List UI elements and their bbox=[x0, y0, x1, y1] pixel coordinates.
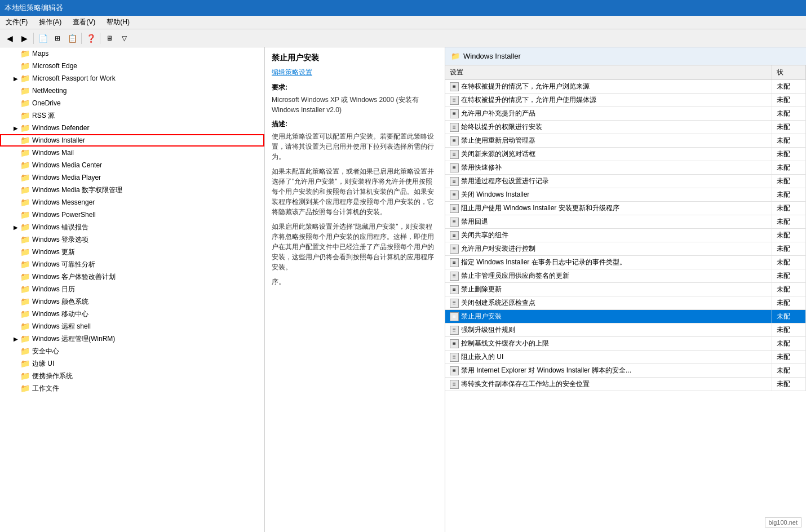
menu-file[interactable]: 文件(F) bbox=[0, 16, 33, 28]
folder-icon: 📁 bbox=[20, 272, 30, 281]
tree-item[interactable]: 📁Windows 客户体验改善计划 bbox=[0, 271, 264, 283]
setting-icon: ≡ bbox=[450, 82, 459, 91]
right-panel: 📁 Windows Installer 设置 状 ≡在特权被提升的情况下，允许用… bbox=[445, 47, 806, 532]
setting-status: 未配 bbox=[772, 283, 806, 296]
tree-item[interactable]: 📁Windows Mail bbox=[0, 147, 264, 159]
col-status: 状 bbox=[772, 65, 806, 80]
tree-item[interactable]: 📁Windows 更新 bbox=[0, 246, 264, 258]
help-button[interactable]: ❓ bbox=[84, 32, 98, 45]
menu-view[interactable]: 查看(V) bbox=[67, 16, 101, 28]
folder-icon: 📁 bbox=[451, 52, 460, 60]
desc-label: 描述: bbox=[272, 119, 438, 129]
table-row[interactable]: ≡关闭共享的组件未配 bbox=[445, 229, 806, 242]
tree-item[interactable]: ▶📁Windows 错误报告 bbox=[0, 221, 264, 233]
tree-item[interactable]: ▶📁Windows 远程管理(WinRM) bbox=[0, 333, 264, 345]
monitor-button[interactable]: 🖥 bbox=[103, 32, 116, 45]
tree-item[interactable]: 📁Windows Media Center bbox=[0, 159, 264, 171]
menu-action[interactable]: 操作(A) bbox=[33, 16, 67, 28]
left-panel[interactable]: 📁Maps📁Microsoft Edge▶📁Microsoft Passport… bbox=[0, 47, 265, 532]
setting-cell: ≡禁止使用重新启动管理器 bbox=[445, 134, 772, 148]
tree-item[interactable]: ▶📁Windows Defender bbox=[0, 122, 264, 134]
tree-item[interactable]: 📁Windows Installer bbox=[0, 134, 264, 147]
copy-button[interactable]: 📋 bbox=[65, 32, 79, 45]
folder-icon: 📁 bbox=[20, 161, 30, 170]
folder-icon: 📁 bbox=[20, 123, 30, 132]
requires-label: 要求: bbox=[272, 83, 438, 92]
table-row[interactable]: ≡阻止用户使用 Windows Installer 安装更新和升级程序未配 bbox=[445, 202, 806, 215]
tree-item[interactable]: 📁边缘 UI bbox=[0, 357, 264, 370]
tree-item[interactable]: 📁Windows 移动中心 bbox=[0, 308, 264, 320]
folder-icon: 📁 bbox=[20, 111, 30, 120]
table-row[interactable]: ≡在特权被提升的情况下，允许用户浏览来源未配 bbox=[445, 80, 806, 94]
tree-item[interactable]: 📁Windows Media Player bbox=[0, 171, 264, 184]
setting-status: 未配 bbox=[772, 134, 806, 148]
new-window-button[interactable]: ⊞ bbox=[51, 32, 64, 45]
tree-item-label: Windows 登录选项 bbox=[32, 235, 88, 245]
tree-item[interactable]: 📁Windows 颜色系统 bbox=[0, 295, 264, 308]
tree-item[interactable]: 📁Maps bbox=[0, 47, 264, 60]
table-row[interactable]: ≡禁用快速修补未配 bbox=[445, 161, 806, 175]
tree-item[interactable]: 📁便携操作系统 bbox=[0, 370, 264, 382]
tree-item[interactable]: 📁RSS 源 bbox=[0, 109, 264, 122]
setting-label: 关闭共享的组件 bbox=[461, 231, 508, 239]
table-row[interactable]: ≡强制升级狙件规则未配 bbox=[445, 323, 806, 337]
setting-icon: ≡ bbox=[450, 299, 459, 308]
table-row[interactable]: ≡禁止非管理员应用供应商签名的更新未配 bbox=[445, 269, 806, 283]
tree-item-label: Windows 颜色系统 bbox=[32, 297, 88, 307]
tree-item[interactable]: 📁Windows 可靠性分析 bbox=[0, 258, 264, 271]
forward-button[interactable]: ▶ bbox=[17, 32, 31, 45]
setting-icon: ≡ bbox=[450, 380, 459, 389]
table-row[interactable]: ≡禁止使用重新启动管理器未配 bbox=[445, 134, 806, 148]
tree-item[interactable]: 📁NetMeeting bbox=[0, 85, 264, 97]
table-row[interactable]: ≡允许用户对安装进行控制未配 bbox=[445, 242, 806, 256]
setting-icon: ≡ bbox=[450, 231, 459, 240]
table-row[interactable]: ≡禁止删除更新未配 bbox=[445, 283, 806, 296]
tree-item[interactable]: 📁Windows 远程 shell bbox=[0, 320, 264, 333]
tree-item[interactable]: 📁工作文件 bbox=[0, 382, 264, 394]
table-row[interactable]: ≡将转换文件副本保存在工作站上的安全位置未配 bbox=[445, 378, 806, 391]
policy-edit-link[interactable]: 编辑策略设置 bbox=[272, 68, 312, 76]
tree-item[interactable]: 📁Windows Media 数字权限管理 bbox=[0, 184, 264, 196]
tree-item-label: Windows 客户体验改善计划 bbox=[32, 272, 116, 282]
table-row[interactable]: ≡始终以提升的权限进行安装未配 bbox=[445, 121, 806, 134]
table-row[interactable]: ≡在特权被提升的情况下，允许用户使用媒体源未配 bbox=[445, 94, 806, 107]
table-row[interactable]: ≡允许用户补充提升的产品未配 bbox=[445, 107, 806, 121]
tree-item[interactable]: 📁Windows 日历 bbox=[0, 283, 264, 295]
tree-item[interactable]: 📁安全中心 bbox=[0, 345, 264, 357]
folder-icon: 📁 bbox=[20, 61, 30, 70]
setting-status: 未配 bbox=[772, 80, 806, 94]
tree-item-label: Microsoft Edge bbox=[32, 62, 77, 70]
tree-item[interactable]: 📁Windows Messenger bbox=[0, 196, 264, 209]
back-button[interactable]: ◀ bbox=[3, 32, 16, 45]
right-panel-title: Windows Installer bbox=[463, 52, 521, 60]
table-row[interactable]: ≡禁用通过程序包设置进行记录未配 bbox=[445, 175, 806, 188]
tree-item[interactable]: 📁OneDrive bbox=[0, 97, 264, 109]
table-row[interactable]: ≡禁用 Internet Explorer 对 Windows Installe… bbox=[445, 364, 806, 378]
table-row[interactable]: ≡阻止嵌入的 UI未配 bbox=[445, 351, 806, 364]
folder-icon: 📁 bbox=[20, 173, 30, 182]
tree-item-label: Windows Defender bbox=[32, 124, 89, 132]
setting-cell: ≡关闭创建系统还原检查点 bbox=[445, 296, 772, 310]
tree-item[interactable]: 📁Windows PowerShell bbox=[0, 209, 264, 221]
tree-item[interactable]: ▶📁Microsoft Passport for Work bbox=[0, 72, 264, 85]
toolbar-separator-2 bbox=[81, 33, 82, 44]
menu-help[interactable]: 帮助(H) bbox=[101, 16, 135, 28]
setting-icon: ≡ bbox=[450, 177, 459, 186]
folder-icon: 📁 bbox=[20, 371, 30, 380]
table-row[interactable]: ≡关闭 Windows Installer未配 bbox=[445, 188, 806, 202]
tree-item[interactable]: 📁Microsoft Edge bbox=[0, 60, 264, 72]
filter-button[interactable]: ▽ bbox=[117, 32, 131, 45]
setting-status: 未配 bbox=[772, 202, 806, 215]
folder-icon: 📁 bbox=[20, 309, 30, 318]
table-row[interactable]: ≡关闭新来源的浏览对话框未配 bbox=[445, 148, 806, 161]
setting-icon: ≡ bbox=[450, 96, 459, 105]
tree-item[interactable]: 📁Windows 登录选项 bbox=[0, 233, 264, 246]
show-hide-button[interactable]: 📄 bbox=[36, 32, 50, 45]
setting-icon: ≡ bbox=[450, 245, 459, 254]
table-row[interactable]: ≡禁止用户安装未配 bbox=[445, 310, 806, 323]
table-row[interactable]: ≡指定 Windows Installer 在事务日志中记录的事件类型。未配 bbox=[445, 256, 806, 269]
table-row[interactable]: ≡关闭创建系统还原检查点未配 bbox=[445, 296, 806, 310]
setting-status: 未配 bbox=[772, 121, 806, 134]
table-row[interactable]: ≡控制基线文件缓存大小的上限未配 bbox=[445, 337, 806, 351]
table-row[interactable]: ≡禁用回退未配 bbox=[445, 215, 806, 229]
